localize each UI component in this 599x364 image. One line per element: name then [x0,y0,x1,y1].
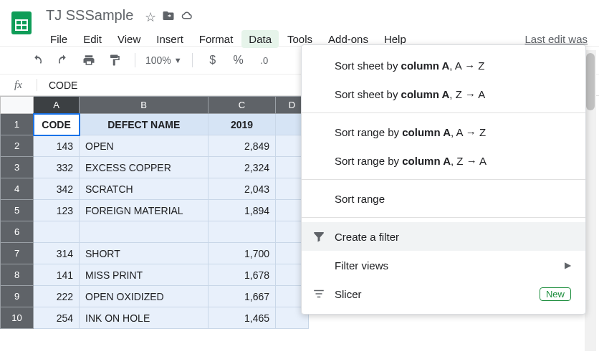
cell[interactable]: MISS PRINT [80,264,209,286]
paint-format-button[interactable] [105,50,125,70]
undo-button[interactable] [27,50,47,70]
menu-file[interactable]: File [43,30,75,48]
menu-sort-range[interactable]: Sort range [302,184,585,213]
cell[interactable]: FOREIGN MATERIAL [80,200,209,221]
row-header[interactable]: 5 [1,200,34,221]
data-menu: Sort sheet by column A, A → Z Sort sheet… [301,44,586,315]
cell[interactable]: 1,465 [209,307,276,329]
menu-sort-sheet-az[interactable]: Sort sheet by column A, A → Z [302,51,585,80]
zoom-select[interactable]: 100% ▼ [145,54,182,66]
cell[interactable]: 314 [34,243,80,264]
row-header[interactable]: 1 [1,114,34,135]
row-header[interactable]: 8 [1,264,34,286]
row-header[interactable]: 9 [1,286,34,307]
vertical-scrollbar[interactable] [585,50,596,351]
menu-view[interactable]: View [110,30,148,48]
menu-edit[interactable]: Edit [76,30,109,48]
menu-create-filter[interactable]: Create a filter [302,222,585,251]
menu-sort-sheet-za[interactable]: Sort sheet by column A, Z → A [302,80,585,108]
new-badge: New [540,287,571,301]
divider [192,53,193,67]
svg-rect-6 [317,297,321,298]
star-icon[interactable]: ☆ [145,9,156,26]
cell[interactable]: 1,894 [209,200,276,221]
menu-format[interactable]: Format [192,30,241,48]
cell[interactable]: INK ON HOLE [80,307,209,329]
select-all-corner[interactable] [1,97,34,114]
cell[interactable]: 123 [34,200,80,221]
currency-button[interactable]: $ [203,50,223,70]
percent-button[interactable]: % [229,50,249,70]
cell[interactable]: OPEN [80,135,209,157]
sheets-logo[interactable] [7,9,36,37]
document-title[interactable]: TJ SSSample [43,6,136,25]
cell[interactable]: EXCESS COPPER [80,157,209,178]
cloud-status-icon[interactable] [181,9,193,26]
last-edit-link[interactable]: Last edit was [524,33,588,45]
menu-slicer[interactable]: Slicer New [302,279,585,308]
cell[interactable]: DEFECT NAME [80,114,209,135]
row-header[interactable]: 10 [1,307,34,329]
cell[interactable]: 143 [34,135,80,157]
cell[interactable]: 2,324 [209,157,276,178]
cell[interactable]: CODE [34,114,80,135]
menu-data[interactable]: Data [241,30,279,48]
slicer-icon [312,287,326,301]
cell[interactable]: SCRATCH [80,178,209,200]
redo-button[interactable] [53,50,73,70]
menu-sort-range-za[interactable]: Sort range by column A, Z → A [302,146,585,175]
cell[interactable]: 2019 [209,114,276,135]
svg-rect-4 [314,290,324,292]
fx-label: fx [0,79,37,91]
move-icon[interactable] [162,9,175,26]
cell[interactable]: 254 [34,307,80,329]
cell[interactable]: OPEN OXIDIZED [80,286,209,307]
formula-value[interactable]: CODE [37,80,77,91]
cell[interactable]: 1,700 [209,243,276,264]
print-button[interactable] [79,50,99,70]
cell[interactable]: 2,043 [209,178,276,200]
row-header[interactable]: 6 [1,221,34,243]
filter-icon [312,229,326,244]
cell[interactable]: 1,667 [209,286,276,307]
menu-insert[interactable]: Insert [149,30,191,48]
menu-separator [302,217,585,218]
divider [135,53,135,67]
row-header[interactable]: 3 [1,157,34,178]
cell[interactable]: 2,849 [209,135,276,157]
menu-filter-views[interactable]: Filter views ▶ [302,251,585,279]
col-header-C[interactable]: C [209,97,276,114]
cell[interactable]: 342 [34,178,80,200]
cell[interactable] [34,221,80,243]
menu-separator [302,112,585,113]
cell[interactable]: 1,678 [209,264,276,286]
spreadsheet[interactable]: A B C D 1 CODE DEFECT NAME 2019 2143OPEN… [0,96,309,329]
submenu-arrow-icon: ▶ [565,260,571,270]
row-header[interactable]: 2 [1,135,34,157]
chevron-down-icon: ▼ [174,56,182,64]
scrollbar-thumb[interactable] [586,53,595,110]
cell[interactable] [80,221,209,243]
svg-rect-5 [316,293,322,294]
cell[interactable]: 332 [34,157,80,178]
col-header-B[interactable]: B [80,97,209,114]
col-header-A[interactable]: A [34,97,80,114]
row-header[interactable]: 4 [1,178,34,200]
cell[interactable]: SHORT [80,243,209,264]
menu-sort-range-az[interactable]: Sort range by column A, A → Z [302,118,585,146]
decimal-decrease-button[interactable]: .0 [254,50,274,70]
row-header[interactable]: 7 [1,243,34,264]
menu-separator [302,179,585,180]
cell[interactable] [209,221,276,243]
cell[interactable]: 222 [34,286,80,307]
cell[interactable]: 141 [34,264,80,286]
